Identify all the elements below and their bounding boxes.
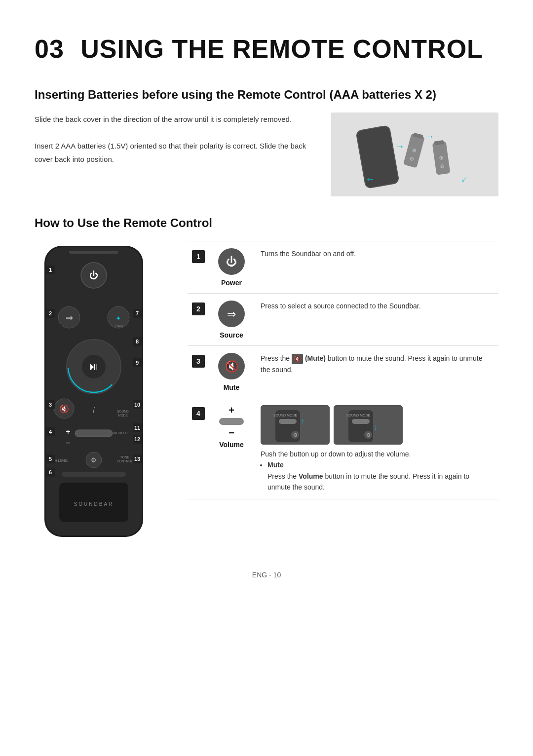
remote-illustration-container: ⏻ ⇒ ✦ PAIR ⏯ 🔇 i SOUND MODE + − [35, 241, 173, 550]
svg-text:✦: ✦ [115, 314, 121, 322]
badge-2: 2 [192, 302, 205, 315]
power-icon-circle: ⏻ [218, 248, 245, 275]
source-icon-circle: ⇒ [218, 301, 245, 327]
svg-text:2: 2 [49, 310, 52, 316]
controls-table: 1 ⏻ Power Turns the Soundbar on and off.… [188, 241, 498, 499]
control-row-source: 2 ⇒ Source Press to select a source conn… [188, 294, 498, 346]
volume-images: SOUND MODE ⚙ ↑ SOUND MODE [261, 405, 494, 445]
source-label: Source [220, 330, 243, 340]
badge-1: 1 [192, 250, 205, 263]
power-description: Turns the Soundbar on and off. [254, 241, 498, 293]
svg-text:−: − [66, 439, 70, 447]
svg-text:→: → [365, 175, 375, 186]
svg-text:1: 1 [49, 267, 52, 273]
badge-3: 3 [192, 355, 205, 368]
svg-rect-17 [69, 251, 118, 254]
svg-text:4: 4 [49, 429, 52, 435]
page-title: 03 USING THE REMOTE CONTROL [35, 30, 498, 68]
control-icon-power: ⏻ Power [209, 241, 254, 293]
control-num-2: 2 [188, 294, 209, 345]
mute-icon-circle: 🔇 [218, 353, 245, 379]
svg-text:SOUND MODE: SOUND MODE [346, 414, 371, 417]
svg-rect-35 [75, 430, 113, 437]
battery-diagram: ⊕ ⊖ ⊕ ⊖ → → → → [331, 113, 498, 196]
svg-text:WOOFER: WOOFER [113, 431, 128, 435]
svg-text:⚙: ⚙ [293, 432, 298, 438]
volume-slider-icon [219, 418, 244, 425]
svg-text:9: 9 [136, 360, 139, 366]
svg-text:3: 3 [49, 402, 52, 408]
remote-control-svg: ⏻ ⇒ ✦ PAIR ⏯ 🔇 i SOUND MODE + − [35, 241, 153, 547]
volume-minus-icon: − [228, 428, 234, 438]
svg-text:5: 5 [49, 456, 52, 462]
page-footer: ENG - 10 [35, 570, 498, 580]
svg-text:⊖: ⊖ [440, 163, 445, 169]
svg-text:⚙: ⚙ [366, 432, 371, 438]
control-num-4: 4 [188, 398, 209, 499]
power-label: Power [221, 278, 242, 288]
svg-text:CH LEVEL: CH LEVEL [52, 459, 68, 462]
svg-text:🔇: 🔇 [59, 404, 69, 414]
battery-illustration-svg: ⊕ ⊖ ⊕ ⊖ → → → → [331, 113, 498, 196]
battery-section: Slide the back cover in the direction of… [35, 113, 498, 196]
svg-text:CONTROL: CONTROL [117, 459, 133, 463]
svg-text:+: + [66, 427, 70, 436]
svg-text:↓: ↓ [374, 423, 378, 431]
chapter-title: USING THE REMOTE CONTROL [80, 35, 483, 63]
control-row-power: 1 ⏻ Power Turns the Soundbar on and off. [188, 241, 498, 294]
svg-text:SOUND: SOUND [117, 410, 129, 413]
control-icon-source: ⇒ Source [209, 294, 254, 345]
svg-text:10: 10 [134, 402, 140, 408]
svg-text:→: → [395, 141, 405, 151]
svg-text:6: 6 [49, 469, 52, 475]
control-icon-mute: 🔇 Mute [209, 346, 254, 398]
svg-text:⇒: ⇒ [66, 313, 73, 323]
svg-text:MODE: MODE [118, 414, 128, 417]
control-num-1: 1 [188, 241, 209, 293]
volume-image-left: SOUND MODE ⚙ ↑ [261, 405, 330, 445]
svg-text:8: 8 [136, 339, 139, 344]
svg-text:⊕: ⊕ [439, 154, 444, 160]
svg-text:TONE: TONE [120, 455, 130, 459]
battery-text-1: Slide the back cover in the direction of… [35, 113, 316, 126]
volume-bullet-mute: Mute Press the Volume button in to mute … [267, 459, 494, 492]
volume-label: Volume [219, 440, 244, 450]
source-description: Press to select a source connected to th… [254, 294, 498, 345]
volume-desc-text: Push the button up or down to adjust the… [261, 449, 494, 459]
how-to-section: ⏻ ⇒ ✦ PAIR ⏯ 🔇 i SOUND MODE + − [35, 241, 498, 550]
control-icon-volume: + − Volume [209, 398, 254, 499]
control-row-mute: 3 🔇 Mute Press the 🔇 (Mute) button to mu… [188, 346, 498, 398]
volume-bullets: Mute Press the Volume button in to mute … [261, 459, 494, 492]
svg-text:13: 13 [134, 456, 140, 462]
control-num-3: 3 [188, 346, 209, 398]
battery-text-2: Insert 2 AAA batteries (1.5V) oriented s… [35, 139, 316, 166]
svg-text:PAIR: PAIR [115, 324, 123, 328]
how-to-section-heading: How to Use the Remote Control [35, 214, 498, 232]
mute-inline-icon: 🔇 [292, 354, 303, 364]
battery-instructions: Slide the back cover in the direction of… [35, 113, 316, 166]
battery-section-heading: Inserting Batteries before using the Rem… [35, 86, 498, 104]
volume-description: SOUND MODE ⚙ ↑ SOUND MODE [254, 398, 498, 499]
page-number: ENG - 10 [252, 571, 281, 579]
control-row-volume: 4 + − Volume S [188, 398, 498, 499]
svg-text:12: 12 [134, 436, 140, 442]
mute-label: Mute [224, 382, 240, 393]
svg-rect-75 [279, 419, 297, 424]
svg-text:→: → [424, 131, 434, 142]
svg-text:⚙: ⚙ [91, 456, 97, 464]
volume-stack: + − [219, 405, 244, 438]
volume-image-right: SOUND MODE ⚙ ↓ [334, 405, 403, 445]
svg-text:↑: ↑ [301, 417, 305, 425]
svg-text:⏯: ⏯ [88, 360, 99, 373]
svg-text:⏻: ⏻ [89, 270, 98, 280]
svg-text:11: 11 [134, 425, 140, 431]
svg-rect-82 [352, 419, 370, 424]
mute-description: Press the 🔇 (Mute) button to mute the so… [254, 346, 498, 398]
svg-text:SOUND MODE: SOUND MODE [273, 414, 298, 417]
volume-plus-icon: + [228, 405, 234, 415]
svg-text:SOUNDBAR: SOUNDBAR [74, 501, 114, 507]
svg-text:7: 7 [136, 310, 139, 316]
badge-4: 4 [192, 407, 205, 420]
chapter-number: 03 [35, 35, 64, 63]
svg-rect-44 [62, 472, 126, 477]
